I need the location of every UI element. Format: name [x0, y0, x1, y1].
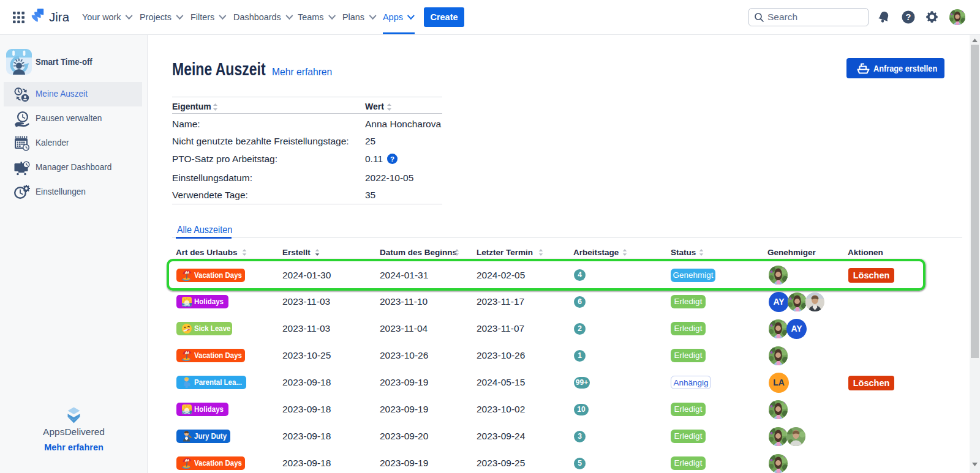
svg-text:?: ?	[906, 12, 911, 22]
svg-text:Jira: Jira	[49, 10, 69, 24]
svg-text:?: ?	[390, 155, 394, 163]
